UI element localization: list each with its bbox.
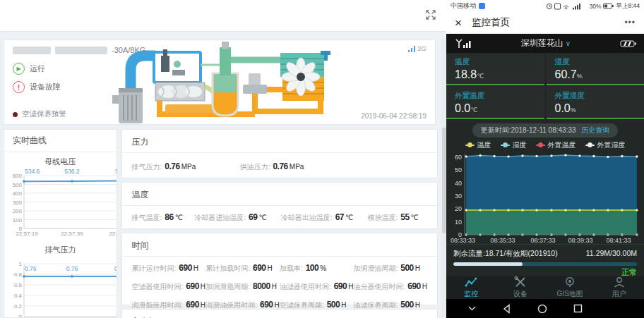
svg-text:0.76: 0.76: [66, 265, 78, 272]
location-selector[interactable]: 深圳莲花山∨: [472, 37, 620, 49]
separator-tank: [213, 42, 238, 116]
svg-text:200: 200: [13, 208, 23, 214]
android-back-icon[interactable]: [502, 304, 511, 314]
legend-temperature[interactable]: 温度: [465, 140, 491, 150]
svg-text:0.76: 0.76: [114, 265, 117, 272]
scrollbar-thumb[interactable]: [442, 128, 446, 233]
chevron-down-icon: ∨: [566, 39, 571, 47]
svg-text:540: 540: [115, 168, 117, 175]
close-icon[interactable]: ×: [455, 17, 462, 29]
card-external-humidity: 外置湿度 0.0%: [547, 87, 644, 119]
bus-voltage-chart: 600 500 400 300 200 100 0 534.6: [4, 167, 117, 238]
motor-section: 主电机 母线电压: 534.3 V 主电机输出电压: 335 V: [121, 309, 439, 318]
device-timestamp: 2019-06-04 22:58:19: [361, 112, 427, 120]
compressor-diagram: [109, 42, 335, 124]
flow-progress-fill: [453, 262, 523, 266]
metric-oil-filter-use-time: 油滤器使用时间: 690 H: [280, 281, 354, 292]
metric-oil-supply-pressure: 供油压力: 0.76 MPa: [240, 161, 304, 172]
legend-humidity[interactable]: 湿度: [501, 140, 527, 150]
nav-user[interactable]: 用户: [595, 276, 644, 299]
svg-text:10: 10: [455, 218, 462, 225]
card-temperature: 温度 18.8℃: [446, 54, 544, 85]
page-title: 监控首页: [472, 16, 624, 29]
remaining-flow-label: 剩余流量:18.71/有效期(201910): [453, 249, 558, 259]
nav-devices[interactable]: 设备: [496, 276, 545, 299]
realtime-curves-title: 实时曲线: [4, 130, 117, 152]
metrics-column: 压力 排气压力: 0.76 MPa 供油压力: 0.76 MPa: [121, 129, 439, 318]
nav-monitor[interactable]: 监控: [446, 276, 496, 299]
metric-total-load-time: 累计加载时间: 690 H: [205, 263, 280, 274]
svg-text:600: 600: [13, 173, 23, 179]
more-menu-icon[interactable]: •••: [624, 18, 636, 27]
device-battery-icon: [620, 39, 637, 48]
metric-load-rate: 加载率: 100 %: [280, 263, 354, 274]
history-query-link[interactable]: 历史查询: [581, 126, 609, 134]
svg-text:1: 1: [19, 261, 23, 267]
metric-air-filter-use-time: 空滤器使用时间: 690 H: [132, 281, 206, 292]
metric-discharge-pressure: 排气压力: 0.76 MPa: [132, 161, 196, 172]
svg-text:0.76: 0.76: [25, 265, 37, 272]
redacted-text: [55, 47, 107, 54]
legend-external-temperature[interactable]: 外置温度: [536, 140, 576, 150]
nav-gis-map[interactable]: GIS地图: [545, 276, 595, 299]
svg-text:0.4: 0.4: [14, 293, 23, 299]
pressure-section: 压力 排气压力: 0.76 MPa 供油压力: 0.76 MPa: [121, 129, 439, 178]
metric-cooler-oil-in-temp: 冷却器进油温度: 69 ℃: [194, 212, 281, 223]
svg-text:60: 60: [455, 154, 462, 161]
svg-text:30: 30: [455, 192, 462, 199]
metric-discharge-temp: 排气温度: 86 ℃: [132, 212, 195, 223]
status-icons: [546, 3, 587, 10]
maintenance-warning: 空滤保养预警: [13, 109, 66, 119]
fullscreen-icon[interactable]: [425, 9, 436, 20]
svg-text:0.2: 0.2: [14, 303, 23, 310]
metric-grease-add-cycle: 加润滑脂周期: 8000 H: [205, 281, 280, 292]
map-pin-icon: [563, 276, 577, 288]
discharge-pressure-chart: 1 0.8 0.6 0.4 0.2 0 0.76 0.76: [4, 255, 117, 318]
android-home-icon[interactable]: [537, 304, 547, 314]
antenna-signal-icon: [453, 39, 472, 49]
clock-label: 早上8:44: [616, 2, 640, 11]
app-bar: × 监控首页 •••: [446, 13, 644, 35]
update-time-label: 更新时间:2018-12-11 08:43:33: [481, 126, 576, 134]
signal-bars-icon: [408, 46, 416, 52]
message-icon: [479, 3, 485, 9]
realtime-curves-card: 实时曲线 母线电压 600 500 400 300 200 100 0: [4, 129, 117, 318]
chart-legend: 温度 湿度 外置温度 外置湿度: [446, 139, 644, 152]
svg-text:500: 500: [13, 182, 23, 188]
svg-text:300: 300: [13, 200, 23, 206]
svg-text:50: 50: [455, 166, 462, 173]
device-overview-card: -30A/8KG ▶ 运行 ! 设备故障 空滤保养预警 2G 2019-06-0…: [4, 39, 436, 125]
svg-text:22:57:39: 22:57:39: [61, 231, 83, 237]
battery-percent: 30%: [589, 3, 601, 10]
intake-pipe: [131, 56, 155, 92]
svg-text:08:39:33: 08:39:33: [568, 236, 592, 243]
carrier-label: 中国移动: [451, 1, 476, 11]
android-recents-icon[interactable]: [573, 304, 583, 313]
metric-total-run-time: 累计运行时间: 690 H: [132, 263, 206, 274]
svg-text:20: 20: [455, 204, 462, 212]
legend-external-humidity[interactable]: 外置湿度: [585, 140, 626, 150]
flow-usage-label: 11.29M/30.00M: [586, 249, 637, 259]
mobile-panel: 中国移动 30%: [446, 0, 644, 318]
flow-progress-bar: [453, 262, 637, 266]
tools-icon: [513, 276, 527, 288]
metric-cooler-oil-out-temp: 冷却器出油温度: 67 ℃: [281, 212, 368, 223]
svg-text:08:41:33: 08:41:33: [606, 236, 631, 243]
hide-nav-chevron-icon[interactable]: [467, 304, 477, 312]
thermostat-valve: [243, 73, 267, 94]
time-section: 时间 累计运行时间: 690 H 累计加载时间: 690 H: [121, 233, 439, 305]
scrollbar[interactable]: [441, 39, 446, 318]
bottom-nav: 监控 设备 GIS地图: [446, 276, 644, 299]
valve-box: [154, 49, 201, 82]
warning-dot-icon: [13, 112, 18, 117]
svg-text:40: 40: [455, 180, 462, 187]
svg-text:0.8: 0.8: [14, 271, 23, 278]
svg-text:0.6: 0.6: [14, 282, 23, 288]
app-root: -30A/8KG ▶ 运行 ! 设备故障 空滤保养预警 2G 2019-06-0…: [0, 0, 644, 318]
network-indicator: 2G: [408, 44, 427, 52]
phone-status-bar: 中国移动 30%: [446, 0, 644, 13]
chart-title-bus-voltage: 母线电压: [4, 157, 117, 167]
dashboard-body: 实时曲线 母线电压 600 500 400 300 200 100 0: [4, 129, 438, 318]
svg-text:22:57:58: 22:57:58: [109, 231, 117, 237]
svg-text:536.2: 536.2: [64, 168, 80, 175]
